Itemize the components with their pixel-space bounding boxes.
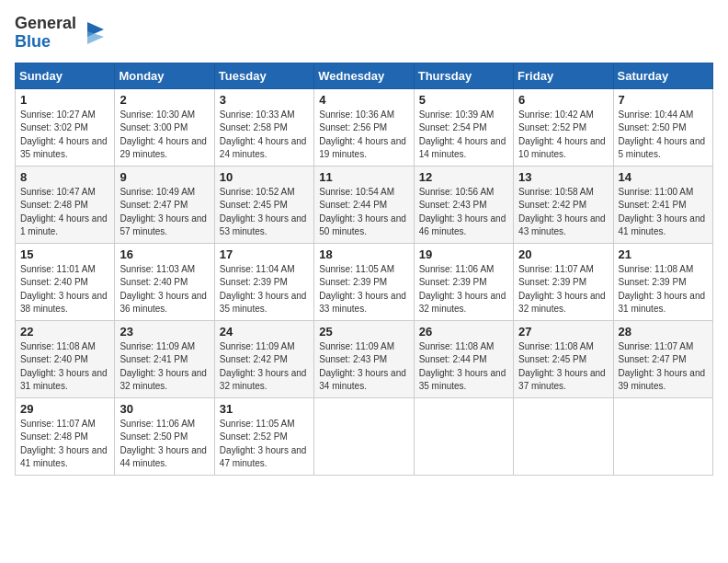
day-info: Sunrise: 10:39 AMSunset: 2:54 PMDaylight…: [419, 109, 508, 162]
day-number: 29: [20, 402, 109, 416]
day-number: 2: [119, 93, 209, 107]
day-info: Sunrise: 11:03 AMSunset: 2:40 PMDaylight…: [119, 263, 209, 316]
calendar-cell: 16Sunrise: 11:03 AMSunset: 2:40 PMDaylig…: [115, 243, 214, 320]
day-info: Sunrise: 11:07 AMSunset: 2:47 PMDaylight…: [619, 340, 708, 394]
calendar-cell: 21Sunrise: 11:08 AMSunset: 2:39 PMDaylig…: [613, 243, 712, 320]
day-number: 10: [220, 170, 309, 184]
day-number: 15: [20, 247, 109, 261]
day-number: 18: [319, 247, 408, 261]
day-info: Sunrise: 11:08 AMSunset: 2:39 PMDaylight…: [619, 263, 708, 316]
day-info: Sunrise: 10:42 AMSunset: 2:52 PMDaylight…: [518, 109, 608, 162]
calendar-cell: 29Sunrise: 11:07 AMSunset: 2:48 PMDaylig…: [16, 397, 115, 475]
calendar-cell: 31Sunrise: 11:05 AMSunset: 2:52 PMDaylig…: [214, 397, 313, 475]
calendar-cell: 23Sunrise: 11:09 AMSunset: 2:41 PMDaylig…: [115, 320, 214, 397]
day-info: Sunrise: 11:04 AMSunset: 2:39 PMDaylight…: [220, 263, 309, 316]
calendar-cell: 9Sunrise: 10:49 AMSunset: 2:47 PMDayligh…: [115, 166, 214, 243]
day-number: 25: [319, 325, 408, 339]
day-info: Sunrise: 11:06 AMSunset: 2:39 PMDaylight…: [419, 263, 508, 316]
day-number: 5: [419, 93, 508, 107]
day-number: 27: [518, 325, 608, 339]
calendar-cell: 30Sunrise: 11:06 AMSunset: 2:50 PMDaylig…: [115, 397, 214, 475]
calendar-cell: 1Sunrise: 10:27 AMSunset: 3:02 PMDayligh…: [16, 88, 115, 166]
day-number: 20: [518, 247, 608, 261]
calendar-cell: 3Sunrise: 10:33 AMSunset: 2:58 PMDayligh…: [214, 88, 313, 166]
header-monday: Monday: [115, 63, 214, 88]
calendar-cell: 28Sunrise: 11:07 AMSunset: 2:47 PMDaylig…: [613, 320, 712, 397]
day-number: 17: [220, 247, 309, 261]
day-info: Sunrise: 11:00 AMSunset: 2:41 PMDaylight…: [619, 186, 708, 239]
calendar-cell: 4Sunrise: 10:36 AMSunset: 2:56 PMDayligh…: [314, 88, 414, 166]
day-info: Sunrise: 11:05 AMSunset: 2:39 PMDaylight…: [319, 263, 408, 316]
header-thursday: Thursday: [414, 63, 513, 88]
day-info: Sunrise: 11:08 AMSunset: 2:45 PMDaylight…: [518, 340, 608, 394]
calendar-cell: 24Sunrise: 11:09 AMSunset: 2:42 PMDaylig…: [214, 320, 313, 397]
day-number: 4: [319, 93, 408, 107]
svg-marker-1: [87, 31, 104, 44]
day-info: Sunrise: 11:06 AMSunset: 2:50 PMDaylight…: [119, 418, 209, 471]
day-number: 24: [220, 325, 309, 339]
day-info: Sunrise: 11:07 AMSunset: 2:48 PMDaylight…: [20, 418, 109, 471]
header-sunday: Sunday: [16, 63, 115, 88]
week-row-4: 22Sunrise: 11:08 AMSunset: 2:40 PMDaylig…: [16, 320, 713, 397]
calendar-cell: 20Sunrise: 11:07 AMSunset: 2:39 PMDaylig…: [514, 243, 613, 320]
day-info: Sunrise: 11:07 AMSunset: 2:39 PMDaylight…: [518, 263, 608, 316]
day-number: 21: [619, 247, 708, 261]
day-number: 9: [119, 170, 209, 184]
day-info: Sunrise: 10:52 AMSunset: 2:45 PMDaylight…: [220, 186, 309, 239]
day-info: Sunrise: 10:44 AMSunset: 2:50 PMDaylight…: [619, 109, 708, 162]
calendar-cell: 25Sunrise: 11:09 AMSunset: 2:43 PMDaylig…: [314, 320, 414, 397]
day-info: Sunrise: 10:33 AMSunset: 2:58 PMDaylight…: [220, 109, 309, 162]
calendar-cell: [514, 397, 613, 475]
day-number: 6: [518, 93, 608, 107]
calendar-cell: 12Sunrise: 10:56 AMSunset: 2:43 PMDaylig…: [414, 166, 513, 243]
day-info: Sunrise: 10:56 AMSunset: 2:43 PMDaylight…: [419, 186, 508, 239]
calendar-table: SundayMondayTuesdayWednesdayThursdayFrid…: [15, 63, 713, 476]
calendar-cell: 19Sunrise: 11:06 AMSunset: 2:39 PMDaylig…: [414, 243, 513, 320]
calendar-cell: 18Sunrise: 11:05 AMSunset: 2:39 PMDaylig…: [314, 243, 414, 320]
day-info: Sunrise: 10:36 AMSunset: 2:56 PMDaylight…: [319, 109, 408, 162]
day-info: Sunrise: 10:30 AMSunset: 3:00 PMDaylight…: [119, 109, 209, 162]
day-number: 3: [220, 93, 309, 107]
logo-general-text: General: [15, 14, 76, 32]
day-number: 8: [20, 170, 109, 184]
week-row-3: 15Sunrise: 11:01 AMSunset: 2:40 PMDaylig…: [16, 243, 713, 320]
day-number: 28: [619, 325, 708, 339]
day-info: Sunrise: 11:08 AMSunset: 2:44 PMDaylight…: [419, 340, 508, 394]
day-number: 19: [419, 247, 508, 261]
header-row: SundayMondayTuesdayWednesdayThursdayFrid…: [16, 63, 713, 88]
day-number: 12: [419, 170, 508, 184]
day-info: Sunrise: 10:27 AMSunset: 3:02 PMDaylight…: [20, 109, 109, 162]
day-number: 26: [419, 325, 508, 339]
calendar-cell: 2Sunrise: 10:30 AMSunset: 3:00 PMDayligh…: [115, 88, 214, 166]
calendar-header: SundayMondayTuesdayWednesdayThursdayFrid…: [16, 63, 713, 88]
day-number: 11: [319, 170, 408, 184]
calendar-body: 1Sunrise: 10:27 AMSunset: 3:02 PMDayligh…: [16, 88, 713, 475]
header-wednesday: Wednesday: [314, 63, 414, 88]
calendar-cell: [613, 397, 712, 475]
week-row-1: 1Sunrise: 10:27 AMSunset: 3:02 PMDayligh…: [16, 88, 713, 166]
day-info: Sunrise: 10:49 AMSunset: 2:47 PMDaylight…: [119, 186, 209, 239]
calendar-cell: 5Sunrise: 10:39 AMSunset: 2:54 PMDayligh…: [414, 88, 513, 166]
day-info: Sunrise: 10:54 AMSunset: 2:44 PMDaylight…: [319, 186, 408, 239]
day-info: Sunrise: 10:47 AMSunset: 2:48 PMDaylight…: [20, 186, 109, 239]
header-friday: Friday: [514, 63, 613, 88]
day-info: Sunrise: 11:09 AMSunset: 2:43 PMDaylight…: [319, 340, 408, 394]
day-number: 30: [119, 402, 209, 416]
calendar-cell: 26Sunrise: 11:08 AMSunset: 2:44 PMDaylig…: [414, 320, 513, 397]
day-number: 13: [518, 170, 608, 184]
calendar-cell: [314, 397, 414, 475]
header-saturday: Saturday: [613, 63, 712, 88]
calendar-cell: 11Sunrise: 10:54 AMSunset: 2:44 PMDaylig…: [314, 166, 414, 243]
week-row-2: 8Sunrise: 10:47 AMSunset: 2:48 PMDayligh…: [16, 166, 713, 243]
day-info: Sunrise: 11:08 AMSunset: 2:40 PMDaylight…: [20, 340, 109, 394]
day-number: 7: [619, 93, 708, 107]
day-number: 31: [220, 402, 309, 416]
calendar-cell: 10Sunrise: 10:52 AMSunset: 2:45 PMDaylig…: [214, 166, 313, 243]
logo: General Blue: [15, 15, 104, 52]
calendar-cell: 15Sunrise: 11:01 AMSunset: 2:40 PMDaylig…: [16, 243, 115, 320]
day-number: 22: [20, 325, 109, 339]
logo-blue-text: Blue: [15, 32, 51, 51]
day-number: 14: [619, 170, 708, 184]
calendar-cell: [414, 397, 513, 475]
calendar-cell: 13Sunrise: 10:58 AMSunset: 2:42 PMDaylig…: [514, 166, 613, 243]
